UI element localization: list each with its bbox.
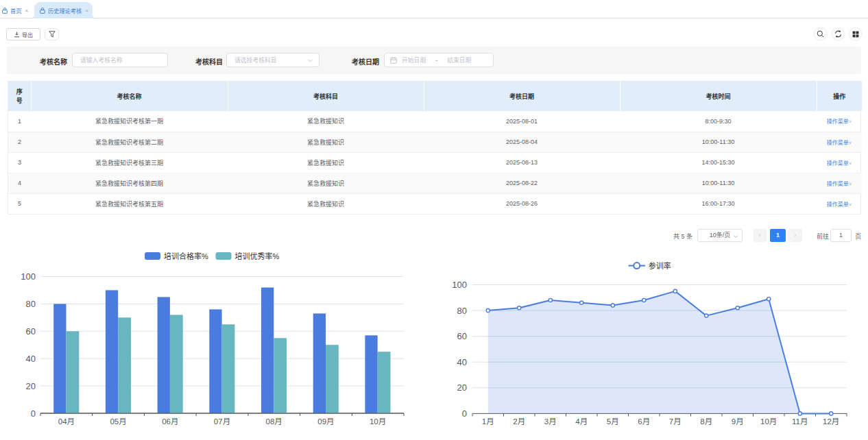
svg-text:0: 0 [462,408,467,419]
svg-text:05月: 05月 [110,417,126,426]
svg-text:40: 40 [457,357,467,367]
svg-text:5月: 5月 [607,417,619,426]
svg-text:06月: 06月 [162,417,178,426]
svg-text:80: 80 [457,306,467,316]
svg-text:6月: 6月 [638,417,650,426]
svg-text:40: 40 [26,354,36,364]
svg-text:0: 0 [31,408,36,419]
svg-text:参训率: 参训率 [649,261,671,270]
svg-text:100: 100 [452,280,467,290]
svg-text:7月: 7月 [669,417,682,426]
svg-text:12月: 12月 [823,417,839,426]
svg-text:80: 80 [26,299,36,309]
svg-text:07月: 07月 [214,417,230,426]
svg-text:10月: 10月 [370,417,386,426]
svg-text:2月: 2月 [513,417,525,426]
svg-text:9月: 9月 [732,417,744,426]
svg-text:04月: 04月 [58,417,75,426]
svg-text:60: 60 [457,331,467,341]
svg-text:8月: 8月 [700,417,712,426]
svg-text:培训优秀率%: 培训优秀率% [235,252,280,260]
svg-text:3月: 3月 [544,417,557,426]
svg-text:09月: 09月 [317,417,334,426]
svg-text:10月: 10月 [760,417,777,426]
svg-text:20: 20 [457,382,467,393]
svg-text:08月: 08月 [266,417,282,426]
svg-text:培训合格率%: 培训合格率% [164,252,208,260]
svg-text:100: 100 [21,271,36,282]
svg-text:4月: 4月 [575,417,588,426]
svg-text:60: 60 [26,326,36,337]
svg-text:11月: 11月 [792,417,808,426]
svg-text:20: 20 [26,381,36,391]
svg-text:1月: 1月 [482,417,494,426]
